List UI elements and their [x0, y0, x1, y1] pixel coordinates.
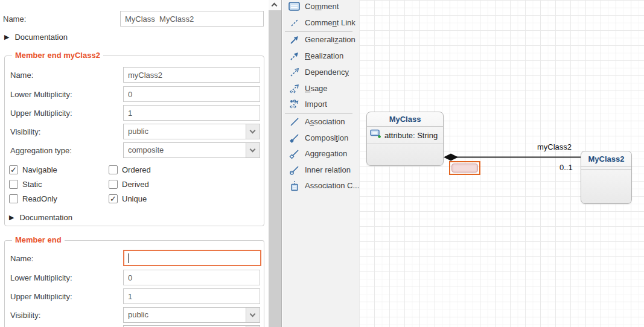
generalization-icon: [288, 34, 301, 45]
palette-separator: [285, 113, 352, 114]
class-name: MyClass: [367, 112, 443, 127]
member-end-fieldset: Member end Name: Lower Multiplicity: Upp…: [4, 240, 264, 327]
palette-item-inner-relation[interactable]: Inner relation: [288, 164, 351, 176]
lower-multiplicity-label: Lower Multiplicity:: [10, 90, 72, 99]
selected-label-box[interactable]: [449, 161, 480, 175]
name-label: Name:: [3, 14, 26, 24]
derived-checkbox[interactable]: Derived: [109, 180, 149, 189]
palette-item-label: Association: [305, 117, 345, 126]
empty-attributes-compartment: [581, 167, 631, 170]
select-dropdown-button[interactable]: [246, 308, 260, 322]
attribute-row[interactable]: attribute: String: [367, 127, 443, 144]
palette-item-association-class[interactable]: Association C...: [288, 180, 359, 191]
relation-palette: Comment Comment Link Generalization Real…: [282, 0, 359, 327]
checkbox-icon: [109, 165, 118, 174]
palette-item-realization[interactable]: Realization: [288, 50, 343, 62]
lower-multiplicity-input[interactable]: [123, 270, 260, 285]
palette-item-composition[interactable]: Composition: [288, 132, 348, 144]
dependency-icon: [288, 66, 301, 78]
chevron-down-icon: [250, 147, 256, 153]
palette-item-label: Usage: [305, 84, 328, 93]
upper-multiplicity-label: Upper Multiplicity:: [10, 292, 72, 301]
palette-item-label: Inner relation: [305, 165, 351, 174]
text-cursor: [128, 253, 129, 263]
panel-scrollbar[interactable]: [269, 0, 282, 327]
label-edit-placeholder[interactable]: [451, 164, 478, 173]
association-class-icon: [288, 180, 301, 191]
scrollbar-thumb[interactable]: [269, 10, 281, 327]
upper-multiplicity-input[interactable]: [123, 105, 260, 121]
visibility-label: Visibility:: [10, 127, 40, 136]
select-dropdown-button[interactable]: [246, 124, 260, 139]
comment-link-icon: [288, 17, 301, 28]
checkbox-icon: [9, 194, 18, 203]
visibility-value: public: [128, 127, 148, 136]
ordered-checkbox[interactable]: Ordered: [109, 165, 151, 174]
documentation-toggle-top[interactable]: ▶ Documentation: [4, 33, 68, 42]
documentation-label: Documentation: [19, 213, 72, 222]
composition-icon: [288, 132, 301, 144]
scroll-up-button[interactable]: [269, 0, 281, 10]
palette-item-comment[interactable]: Comment: [288, 1, 339, 12]
upper-multiplicity-label: Upper Multiplicity:: [10, 109, 72, 118]
palette-item-label: Comment: [305, 2, 339, 11]
member-end-myclass2-fieldset: Member end myClass2 Name: Lower Multipli…: [4, 56, 264, 226]
association-icon: [288, 116, 301, 127]
palette-item-label: Realization: [305, 51, 343, 60]
palette-item-comment-link[interactable]: Comment Link: [288, 17, 355, 28]
palette-item-label: Generalization: [305, 35, 355, 44]
palette-item-association[interactable]: Association: [288, 116, 345, 127]
palette-item-import[interactable]: Import: [288, 98, 327, 110]
checkbox-icon: ✓: [9, 165, 18, 174]
palette-item-dependency[interactable]: Dependency: [288, 66, 349, 78]
checkbox-label: Unique: [122, 194, 147, 203]
name-label: Name:: [10, 71, 33, 80]
documentation-label: Documentation: [14, 33, 67, 42]
palette-item-label: Aggregation: [305, 149, 347, 158]
association-multiplicity-label[interactable]: 0..1: [560, 163, 573, 172]
lower-multiplicity-input[interactable]: [123, 86, 260, 102]
chevron-down-icon: [250, 128, 256, 134]
aggregation-type-select[interactable]: composite: [123, 142, 260, 158]
unique-checkbox[interactable]: ✓ Unique: [109, 194, 147, 203]
palette-item-label: Association C...: [305, 181, 359, 190]
lower-multiplicity-label: Lower Multiplicity:: [10, 273, 72, 282]
palette-item-aggregation[interactable]: Aggregation: [288, 148, 347, 159]
aggregation-type-label: Aggregation type:: [10, 146, 72, 155]
static-checkbox[interactable]: Static: [9, 180, 42, 189]
class-node-myclass[interactable]: MyClass attribute: String: [366, 112, 444, 166]
navigable-checkbox[interactable]: ✓ Navigable: [9, 165, 57, 174]
readonly-checkbox[interactable]: ReadOnly: [9, 194, 57, 203]
chevron-up-icon: [272, 3, 278, 9]
checkbox-icon: ✓: [109, 194, 118, 203]
upper-multiplicity-input[interactable]: [123, 288, 260, 304]
documentation-toggle-member-end[interactable]: ▶ Documentation: [9, 213, 72, 222]
palette-item-label: Dependency: [305, 68, 349, 77]
association-role-label[interactable]: myClass2: [537, 142, 572, 151]
diagram-canvas[interactable]: MyClass attribute: String myClass2 0..1 …: [359, 0, 644, 327]
select-dropdown-button[interactable]: [246, 143, 260, 157]
aggregation-icon: [288, 148, 301, 159]
checkbox-icon: [109, 180, 118, 189]
checkbox-label: ReadOnly: [22, 194, 57, 203]
member-end-name-input-focused[interactable]: [123, 250, 261, 266]
palette-item-generalization[interactable]: Generalization: [288, 34, 355, 45]
fieldset-legend: Member end: [12, 235, 65, 244]
realization-icon: [288, 50, 301, 62]
properties-panel: Name: ▶ Documentation Member end myClass…: [0, 0, 269, 327]
member-end-name-input[interactable]: [123, 67, 260, 83]
checkbox-icon: [9, 180, 18, 189]
visibility-select[interactable]: public: [123, 124, 260, 139]
name-label: Name:: [10, 254, 33, 263]
uml-editor-app: Name: ▶ Documentation Member end myClass…: [0, 0, 644, 327]
association-name-input[interactable]: [120, 11, 264, 27]
composite-diamond-icon: [444, 154, 458, 161]
checkbox-label: Static: [22, 180, 42, 189]
import-icon: [288, 98, 301, 110]
attribute-text: attribute: String: [384, 131, 438, 140]
fieldset-legend: Member end myClass2: [12, 51, 103, 60]
aggregation-type-value: composite: [128, 145, 164, 154]
visibility-select[interactable]: public: [123, 307, 260, 323]
palette-item-usage[interactable]: Usage: [288, 83, 328, 94]
class-node-myclass2[interactable]: MyClass2: [581, 151, 632, 204]
